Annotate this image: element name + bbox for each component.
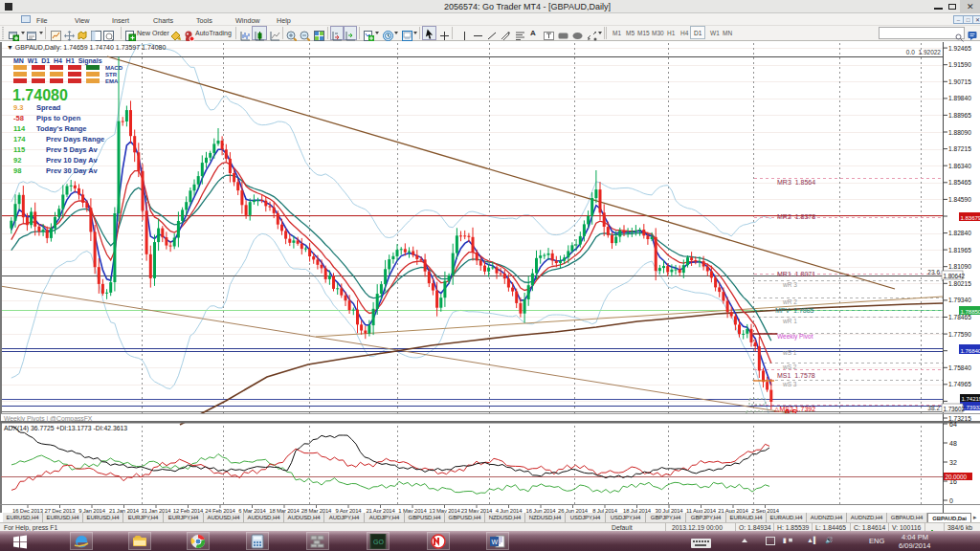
svg-text:1.75840: 1.75840	[948, 364, 971, 371]
svg-text:1.82840: 1.82840	[948, 230, 971, 236]
svg-text:Weekly Pivot: Weekly Pivot	[777, 333, 813, 341]
svg-text:32: 32	[949, 459, 957, 466]
svg-text:1.81090: 1.81090	[948, 263, 971, 270]
svg-text:wS 1: wS 1	[782, 349, 797, 356]
svg-text:1.86340: 1.86340	[948, 163, 971, 169]
svg-text:MACD: MACD	[105, 65, 123, 71]
svg-text:Today's Range: Today's Range	[36, 124, 87, 133]
svg-text:20.0000: 20.0000	[946, 474, 968, 480]
svg-text:1.89840: 1.89840	[948, 95, 971, 101]
svg-text:1.92465: 1.92465	[948, 45, 971, 52]
svg-text:92: 92	[13, 156, 21, 165]
svg-text:0.0 1.92022: 0.0 1.92022	[906, 49, 942, 55]
svg-text:64: 64	[949, 421, 957, 428]
svg-text:1.76840: 1.76840	[961, 347, 980, 354]
svg-text:1.74219: 1.74219	[962, 395, 980, 402]
svg-text:Spread: Spread	[36, 103, 61, 112]
svg-text:1.79340: 1.79340	[948, 297, 971, 303]
svg-text:1.78465: 1.78465	[948, 314, 971, 320]
svg-text:1.85465: 1.85465	[948, 179, 971, 186]
svg-text:wS 3: wS 3	[782, 381, 797, 387]
svg-text:1.73602: 1.73602	[944, 406, 966, 412]
svg-text:1.80642: 1.80642	[944, 273, 966, 279]
svg-text:-58: -58	[13, 114, 24, 122]
svg-text:1.74080: 1.74080	[12, 87, 68, 103]
svg-text:MR2 1.8378: MR2 1.8378	[777, 213, 815, 220]
svg-text:98: 98	[13, 166, 21, 175]
svg-text:MS1 1.7578: MS1 1.7578	[777, 372, 815, 379]
svg-text:1.81965: 1.81965	[948, 247, 971, 253]
svg-text:115: 115	[13, 145, 25, 154]
svg-text:wR 1: wR 1	[782, 318, 797, 324]
svg-text:1.74965: 1.74965	[948, 381, 971, 387]
svg-text:GO: GO	[373, 539, 384, 545]
svg-text:Prev 30 Day Av: Prev 30 Day Av	[46, 166, 98, 175]
svg-text:EMA: EMA	[105, 78, 119, 84]
svg-text:STR: STR	[105, 72, 118, 77]
svg-text:1.88965: 1.88965	[948, 112, 971, 119]
svg-text:114: 114	[13, 124, 26, 133]
svg-text:1.87215: 1.87215	[948, 145, 971, 152]
svg-text:Weekly Pivots | @CompassFX: Weekly Pivots | @CompassFX	[4, 415, 93, 423]
svg-text:48: 48	[949, 440, 957, 447]
svg-text:Pips to Open: Pips to Open	[36, 114, 81, 122]
svg-text:Prev 10 Day Av: Prev 10 Day Av	[46, 156, 98, 165]
svg-text:23.6: 23.6	[927, 269, 940, 276]
svg-text:1.78850: 1.78850	[961, 308, 980, 315]
svg-text:9.3: 9.3	[13, 103, 23, 112]
svg-text:1.84590: 1.84590	[948, 196, 971, 203]
svg-text:MR3 1.8564: MR3 1.8564	[777, 179, 815, 186]
svg-text:MPV 1.7885: MPV 1.7885	[775, 307, 814, 314]
svg-text:ADX(14) 36.7725 +DI:13.1773 -D: ADX(14) 36.7725 +DI:13.1773 -DI:42.3613	[4, 425, 127, 432]
svg-text:wR 2: wR 2	[782, 298, 797, 305]
svg-text:1.80215: 1.80215	[948, 280, 971, 287]
svg-text:▼ GBPAUD,Daily: 1.74659 1.7474: ▼ GBPAUD,Daily: 1.74659 1.74740 1.73597 …	[7, 44, 166, 52]
svg-text:38.2: 38.2	[927, 405, 940, 411]
svg-text:1.83679: 1.83679	[961, 214, 980, 221]
svg-text:1.88090: 1.88090	[948, 129, 971, 136]
svg-text:MN W1 D1 H4 H1 Signals: MN W1 D1 H4 H1 Signals	[13, 57, 102, 65]
svg-text:174: 174	[13, 135, 26, 143]
svg-text:1.77590: 1.77590	[948, 331, 971, 338]
svg-text:1.90715: 1.90715	[948, 78, 971, 85]
svg-text:MR1 1.8071: MR1 1.8071	[777, 271, 815, 277]
svg-text:wS 2: wS 2	[782, 364, 797, 370]
svg-text:0: 0	[949, 497, 953, 504]
svg-text:Prev 5 Days Av: Prev 5 Days Av	[46, 145, 98, 154]
svg-text:Prev Days Range: Prev Days Range	[46, 135, 104, 143]
svg-text:1.91590: 1.91590	[948, 61, 971, 68]
svg-text:W: W	[492, 539, 499, 545]
svg-text:wR 3: wR 3	[782, 281, 797, 288]
